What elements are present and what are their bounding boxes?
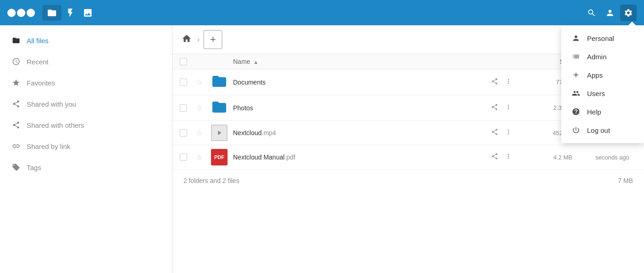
sidebar-item-label: All files [27, 37, 49, 45]
more-icon [505, 78, 512, 85]
star-cell: ☆ [196, 129, 211, 137]
file-icon-cell [211, 125, 233, 141]
sidebar-item-label: Favorites [27, 79, 55, 87]
file-name-cell[interactable]: Nextcloud Manual .pdf [233, 154, 490, 161]
favorite-star-icon[interactable]: ☆ [196, 129, 203, 137]
tag-icon [11, 162, 21, 172]
file-size-cell: 4.2 MB [526, 154, 572, 161]
favorite-star-icon[interactable]: ☆ [196, 154, 203, 161]
sort-arrow: ▲ [253, 59, 258, 65]
share-action-icon [491, 78, 498, 85]
select-all-checkbox[interactable] [180, 58, 187, 65]
home-icon [182, 34, 192, 44]
file-icon-cell [211, 73, 233, 91]
file-name-cell[interactable]: Documents [233, 79, 490, 86]
star-cell: ☆ [196, 103, 211, 112]
row-check [180, 154, 196, 161]
pdf-label: PDF [214, 154, 224, 160]
row-check [180, 129, 196, 136]
sidebar-item-tags[interactable]: Tags [0, 157, 172, 178]
file-name-cell[interactable]: Nextcloud .mp4 [233, 129, 490, 136]
file-ext-text: .pdf [285, 154, 295, 161]
help-icon [571, 108, 581, 116]
file-name-cell[interactable]: Photos [233, 104, 490, 112]
row-checkbox[interactable] [180, 154, 187, 161]
sidebar-item-label: Tags [27, 164, 41, 171]
share-action-button[interactable] [490, 151, 500, 163]
file-icon-cell: PDF [211, 149, 233, 165]
sidebar-item-label: Shared with others [27, 121, 84, 129]
more-action-button[interactable] [503, 102, 513, 114]
action-icons-cell [490, 76, 526, 88]
dropdown-item-label: Admin [587, 53, 607, 61]
users-icon [571, 89, 581, 97]
sidebar: All files Recent Favorites Shared with y… [0, 25, 172, 273]
search-icon [587, 8, 596, 17]
gallery-nav-button[interactable] [79, 4, 97, 22]
folder-nav-icon [47, 8, 57, 18]
logo [7, 9, 35, 17]
more-action-button[interactable] [503, 127, 513, 139]
more-icon [505, 103, 512, 111]
logo-circles [7, 9, 35, 17]
dropdown-item-admin[interactable]: Admin [561, 47, 644, 66]
table-row: ☆ PDF Nextcloud Manual .pdf 4.2 MB se [172, 145, 644, 170]
file-name-text: Nextcloud [233, 129, 262, 136]
more-action-button[interactable] [503, 151, 513, 163]
action-icons-cell [490, 102, 526, 114]
add-new-button[interactable]: + [203, 30, 222, 49]
share-action-button[interactable] [490, 102, 500, 114]
sidebar-item-label: Recent [27, 58, 49, 66]
row-checkbox[interactable] [180, 129, 187, 136]
sidebar-item-label: Shared by link [27, 142, 70, 150]
share-action-button[interactable] [490, 127, 500, 139]
sidebar-item-shared-by-link[interactable]: Shared by link [0, 136, 172, 157]
select-all-col [180, 58, 196, 65]
favorite-star-icon[interactable]: ☆ [196, 78, 203, 86]
sidebar-item-recent[interactable]: Recent [0, 51, 172, 72]
gallery-icon [83, 8, 93, 18]
share-action-icon [491, 103, 498, 111]
file-name-text: Photos [233, 104, 253, 112]
apps-plus-icon [571, 71, 581, 79]
sidebar-item-all-files[interactable]: All files [0, 30, 172, 51]
row-checkbox[interactable] [180, 79, 187, 86]
dropdown-item-label: Help [587, 108, 601, 116]
favorite-star-icon[interactable]: ☆ [196, 104, 203, 112]
name-col-header[interactable]: Name ▲ [233, 58, 490, 65]
dropdown-item-label: Apps [587, 71, 603, 79]
dropdown-item-personal[interactable]: Personal [561, 29, 644, 47]
row-check [180, 104, 196, 112]
logo-circle-1 [7, 9, 16, 17]
sidebar-item-shared-with-others[interactable]: Shared with others [0, 114, 172, 136]
activity-icon [65, 8, 75, 18]
row-checkbox[interactable] [180, 104, 187, 112]
dropdown-item-label: Personal [587, 34, 614, 42]
files-nav-button[interactable] [42, 5, 62, 21]
settings-button[interactable] [620, 5, 637, 21]
contacts-button[interactable] [602, 5, 618, 21]
dropdown-item-users[interactable]: Users [561, 84, 644, 102]
star-cell: ☆ [196, 153, 211, 162]
file-icon-cell [211, 99, 233, 117]
activity-nav-button[interactable] [62, 4, 79, 22]
file-ext-text: .mp4 [262, 129, 276, 136]
more-action-button[interactable] [503, 76, 513, 88]
sidebar-item-favorites[interactable]: Favorites [0, 72, 172, 93]
dropdown-item-logout[interactable]: Log out [561, 121, 644, 139]
clock-icon [11, 57, 21, 67]
summary-size-text: 7 MB [618, 177, 633, 184]
settings-dropdown: Personal Admin Apps Users Help Log out [561, 25, 644, 143]
share-action-button[interactable] [490, 76, 500, 88]
more-icon [505, 153, 512, 160]
action-icons-cell [490, 127, 526, 139]
sidebar-item-shared-with-you[interactable]: Shared with you [0, 93, 172, 114]
search-button[interactable] [583, 5, 600, 21]
folder-icon [11, 35, 21, 46]
dropdown-item-apps[interactable]: Apps [561, 66, 644, 84]
home-button[interactable] [180, 32, 194, 48]
dropdown-item-label: Users [587, 90, 605, 97]
sidebar-item-label: Shared with you [27, 100, 76, 108]
admin-icon [571, 52, 581, 61]
dropdown-item-help[interactable]: Help [561, 102, 644, 121]
